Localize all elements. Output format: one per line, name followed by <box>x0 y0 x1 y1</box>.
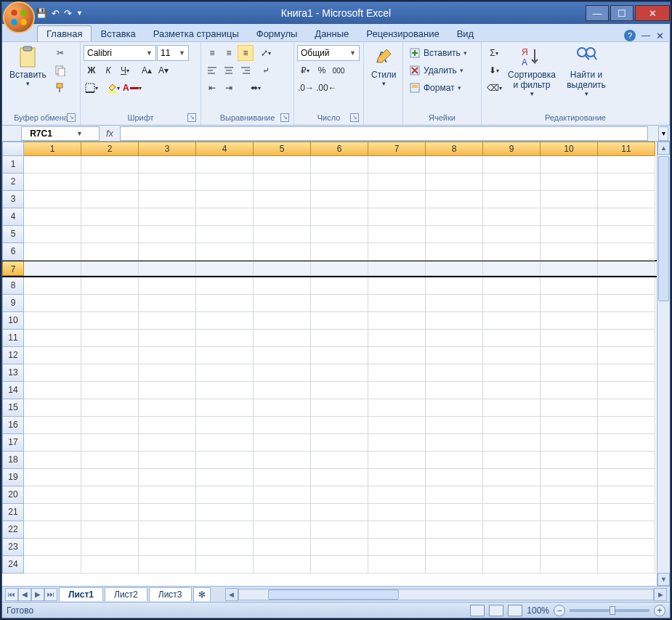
cell[interactable] <box>24 452 81 469</box>
cell[interactable] <box>483 364 541 382</box>
cell[interactable] <box>81 261 139 276</box>
cell[interactable] <box>81 347 139 364</box>
cell[interactable] <box>541 156 598 174</box>
cell[interactable] <box>81 364 139 382</box>
cell[interactable] <box>483 226 541 243</box>
cell[interactable] <box>196 434 254 452</box>
view-normal-icon[interactable] <box>470 605 485 616</box>
new-sheet-icon[interactable]: ✻ <box>193 587 211 601</box>
row-header[interactable]: 1 <box>2 156 24 174</box>
cell[interactable] <box>541 295 598 312</box>
cell[interactable] <box>426 486 483 504</box>
paste-button[interactable]: Вставить ▾ <box>5 44 51 89</box>
cell[interactable] <box>541 226 598 243</box>
cell[interactable] <box>368 364 426 382</box>
increase-indent-icon[interactable]: ⇥ <box>221 80 237 96</box>
cell[interactable] <box>196 469 254 486</box>
cell[interactable] <box>254 156 311 174</box>
cell[interactable] <box>196 174 254 191</box>
fill-icon[interactable]: ⬇▾ <box>485 62 503 78</box>
cell[interactable] <box>541 469 598 486</box>
cell[interactable] <box>426 261 483 276</box>
cell[interactable] <box>139 208 196 226</box>
cell[interactable] <box>598 226 655 243</box>
name-box[interactable]: R7C1▼ <box>21 126 100 141</box>
cell[interactable] <box>81 556 139 574</box>
cell[interactable] <box>81 277 139 295</box>
cell[interactable] <box>368 434 426 452</box>
row-header[interactable]: 10 <box>2 312 24 330</box>
cell[interactable] <box>426 312 483 330</box>
cell[interactable] <box>81 417 139 434</box>
cell[interactable] <box>368 226 426 243</box>
cell[interactable] <box>426 364 483 382</box>
cell[interactable] <box>426 191 483 208</box>
cell[interactable] <box>598 312 655 330</box>
cell[interactable] <box>311 226 368 243</box>
cell[interactable] <box>483 382 541 399</box>
cell[interactable] <box>24 364 81 382</box>
cell[interactable] <box>24 469 81 486</box>
cell[interactable] <box>598 521 655 539</box>
row-header[interactable]: 8 <box>2 277 24 295</box>
cell[interactable] <box>139 539 196 556</box>
cell[interactable] <box>196 382 254 399</box>
cell[interactable] <box>254 539 311 556</box>
cell[interactable] <box>426 277 483 295</box>
cell[interactable] <box>311 469 368 486</box>
cell[interactable] <box>426 521 483 539</box>
cell[interactable] <box>81 521 139 539</box>
row-header[interactable]: 17 <box>2 434 24 452</box>
cell[interactable] <box>254 261 311 276</box>
cell[interactable] <box>426 399 483 417</box>
cell[interactable] <box>24 539 81 556</box>
cell[interactable] <box>24 312 81 330</box>
number-dialog-launcher[interactable]: ↘ <box>350 113 359 122</box>
cell[interactable] <box>311 417 368 434</box>
cell[interactable] <box>483 417 541 434</box>
cell[interactable] <box>311 539 368 556</box>
cell[interactable] <box>139 556 196 574</box>
cell[interactable] <box>24 243 81 261</box>
row-header[interactable]: 4 <box>2 208 24 226</box>
cell[interactable] <box>139 399 196 417</box>
cell[interactable] <box>196 347 254 364</box>
cell[interactable] <box>24 417 81 434</box>
row-header[interactable]: 16 <box>2 417 24 434</box>
cell[interactable] <box>483 556 541 574</box>
tab-home[interactable]: Главная <box>37 25 92 41</box>
cell[interactable] <box>368 295 426 312</box>
cell[interactable] <box>311 330 368 347</box>
row-header[interactable]: 21 <box>2 504 24 521</box>
col-header[interactable]: 2 <box>81 142 139 156</box>
cell[interactable] <box>81 382 139 399</box>
cell[interactable] <box>541 504 598 521</box>
cell[interactable] <box>24 277 81 295</box>
cell[interactable] <box>311 261 368 276</box>
cell[interactable] <box>311 486 368 504</box>
cell[interactable] <box>254 174 311 191</box>
cell[interactable] <box>139 364 196 382</box>
italic-button[interactable]: К <box>100 62 116 78</box>
row-header[interactable]: 18 <box>2 452 24 469</box>
cell[interactable] <box>81 312 139 330</box>
cell[interactable] <box>139 295 196 312</box>
cell[interactable] <box>196 556 254 574</box>
cell[interactable] <box>254 347 311 364</box>
cell[interactable] <box>139 174 196 191</box>
cell[interactable] <box>311 364 368 382</box>
row-header[interactable]: 22 <box>2 521 24 539</box>
cell[interactable] <box>541 399 598 417</box>
cell[interactable] <box>426 174 483 191</box>
cell[interactable] <box>541 277 598 295</box>
cell[interactable] <box>254 364 311 382</box>
cell[interactable] <box>426 556 483 574</box>
cell[interactable] <box>24 261 81 276</box>
cell[interactable] <box>368 156 426 174</box>
cell[interactable] <box>196 156 254 174</box>
sheet-nav-first-icon[interactable]: ⏮ <box>5 588 18 601</box>
align-dialog-launcher[interactable]: ↘ <box>280 113 289 122</box>
cell[interactable] <box>483 486 541 504</box>
row-header[interactable]: 11 <box>2 330 24 347</box>
cell[interactable] <box>483 277 541 295</box>
